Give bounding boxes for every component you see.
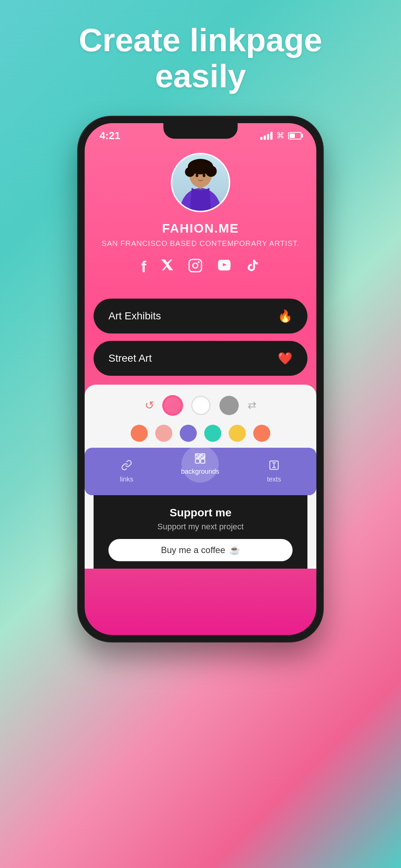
tab-texts[interactable]: texts xyxy=(260,457,288,486)
profile-bio: SAN FRANCISCO BASED CONTEMPORARY ARTIST. xyxy=(102,239,299,248)
tab-bar: links xyxy=(85,448,316,495)
texts-tab-icon xyxy=(268,460,280,473)
svg-point-11 xyxy=(203,174,206,177)
status-bar: 4:21 ⌘ xyxy=(85,123,316,145)
tiktok-icon[interactable] xyxy=(246,258,260,276)
svg-point-9 xyxy=(196,159,206,169)
social-icons-row: f xyxy=(141,258,260,276)
coffee-emoji: ☕ xyxy=(229,545,240,555)
svg-rect-12 xyxy=(189,259,201,272)
shuffle-icon[interactable]: ⇄ xyxy=(248,399,256,411)
instagram-icon[interactable] xyxy=(188,258,203,276)
street-art-label: Street Art xyxy=(108,352,152,364)
backgrounds-tab-icon xyxy=(194,452,206,466)
links-tab-label: links xyxy=(120,476,133,483)
buy-coffee-button[interactable]: Buy me a coffee ☕ xyxy=(108,539,293,561)
support-title: Support me xyxy=(170,506,232,519)
backgrounds-tab-label: backgrounds xyxy=(181,468,219,476)
app-headline: Create linkpage easily xyxy=(79,22,322,94)
palette-dot-3[interactable] xyxy=(204,425,221,442)
fire-icon: 🔥 xyxy=(278,309,293,323)
svg-rect-18 xyxy=(200,459,205,463)
color-selector-row: ↺ ⇄ xyxy=(94,392,307,421)
phone-notch xyxy=(163,123,238,139)
art-exhibits-button[interactable]: Art Exhibits 🔥 xyxy=(94,299,307,333)
status-icons: ⌘ xyxy=(260,131,301,141)
bottom-panel: ↺ ⇄ xyxy=(85,385,316,569)
phone-screen: 4:21 ⌘ xyxy=(85,123,316,635)
svg-point-10 xyxy=(196,174,199,177)
profile-name: FAHION.ME xyxy=(162,221,239,236)
status-time: 4:21 xyxy=(100,130,120,142)
tab-links[interactable]: links xyxy=(113,457,141,486)
avatar xyxy=(171,153,230,212)
link-buttons-list: Art Exhibits 🔥 Street Art ❤️ xyxy=(85,299,316,376)
phone-mockup: 4:21 ⌘ xyxy=(78,116,323,642)
street-art-button[interactable]: Street Art ❤️ xyxy=(94,341,307,376)
support-subtitle: Support my next project xyxy=(157,522,244,532)
tab-backgrounds-active[interactable]: backgrounds xyxy=(182,445,219,483)
palette-dot-1[interactable] xyxy=(155,425,172,442)
texts-tab-label: texts xyxy=(267,476,281,483)
signal-icon xyxy=(260,132,273,140)
phone-outer-frame: 4:21 ⌘ xyxy=(78,116,323,642)
profile-section: FAHION.ME SAN FRANCISCO BASED CONTEMPORA… xyxy=(85,145,316,299)
palette-dot-2[interactable] xyxy=(180,425,197,442)
support-section: Support me Support my next project Buy m… xyxy=(94,495,307,569)
twitter-icon[interactable] xyxy=(160,258,175,276)
pink-gradient-swatch[interactable] xyxy=(163,396,182,415)
facebook-icon[interactable]: f xyxy=(141,258,146,276)
reset-icon[interactable]: ↺ xyxy=(145,399,154,412)
buy-coffee-label: Buy me a coffee xyxy=(161,545,225,555)
svg-point-13 xyxy=(193,263,198,268)
battery-icon xyxy=(288,132,301,139)
white-swatch[interactable] xyxy=(191,396,211,415)
palette-dot-0[interactable] xyxy=(131,425,148,442)
palette-dot-4[interactable] xyxy=(229,425,246,442)
gray-swatch[interactable] xyxy=(219,396,239,415)
svg-point-14 xyxy=(198,261,200,263)
color-palette-row xyxy=(94,421,307,448)
headline-line1: Create linkpage xyxy=(79,22,322,58)
youtube-icon[interactable] xyxy=(216,258,232,276)
headline-line2: easily xyxy=(155,57,246,94)
art-exhibits-label: Art Exhibits xyxy=(108,310,161,322)
wifi-icon: ⌘ xyxy=(276,131,284,141)
palette-dot-5[interactable] xyxy=(253,425,270,442)
heart-icon: ❤️ xyxy=(278,351,293,365)
links-tab-icon xyxy=(121,460,132,473)
svg-rect-17 xyxy=(195,459,199,463)
